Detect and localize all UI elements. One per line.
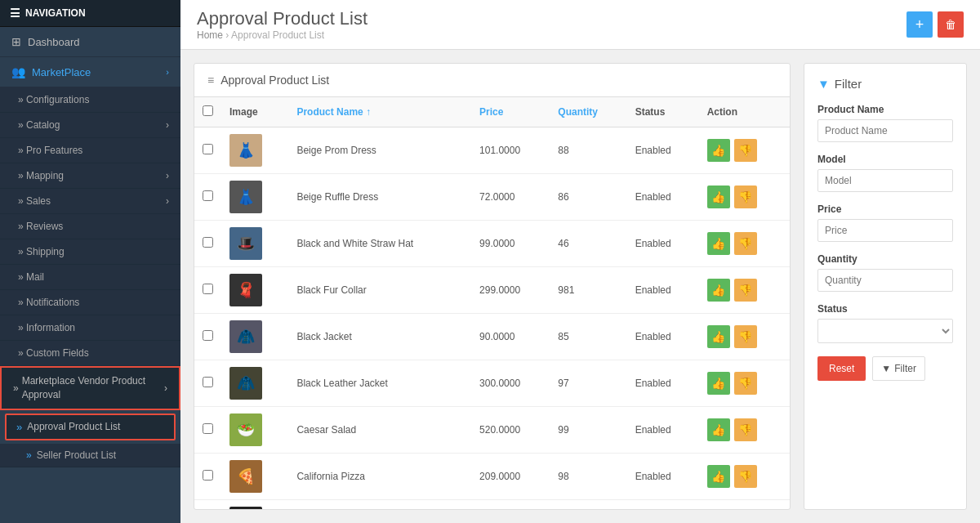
add-button[interactable]: + [906, 11, 933, 38]
row-checkbox-5[interactable] [203, 330, 213, 341]
row-action-cell: 👍 👎 [699, 267, 790, 314]
sidebar-item-sales[interactable]: » Sales › [0, 189, 180, 214]
reject-button[interactable]: 👎 [734, 465, 757, 488]
filter-icon: ▼ [817, 77, 830, 91]
col-product-name[interactable]: Product Name ↑ [288, 97, 471, 127]
col-image: Image [221, 97, 288, 127]
table-header-row: Image Product Name ↑ Price Quantity Stat… [194, 97, 790, 127]
approve-button[interactable]: 👍 [707, 279, 730, 302]
select-all-checkbox[interactable] [203, 105, 213, 116]
reset-button[interactable]: Reset [817, 356, 866, 381]
row-action-cell: 👍 👎 [699, 407, 790, 454]
approve-button[interactable]: 👍 [707, 465, 730, 488]
action-buttons: 👍 👎 [707, 465, 782, 488]
reject-button[interactable]: 👎 [734, 418, 757, 441]
sidebar-item-catalog[interactable]: » Catalog › [0, 113, 180, 138]
bullet-icon: » [16, 421, 22, 433]
sidebar-item-approval-product-list[interactable]: » Approval Product List [5, 413, 176, 440]
row-quantity-cell: 46 [550, 221, 626, 267]
filter-label-price: Price [817, 203, 953, 215]
product-image: 🧥 [229, 367, 262, 400]
approve-button[interactable]: 👍 [707, 139, 730, 162]
row-checkbox-2[interactable] [203, 190, 213, 201]
table-row: 🧣 Black Fur Collar 299.0000 981 Enabled … [194, 267, 790, 314]
sidebar-item-pro-features[interactable]: » Pro Features [0, 138, 180, 163]
reject-button[interactable]: 👎 [734, 372, 757, 395]
table-row: 🧥 Black Leather Jacket 300.0000 97 Enabl… [194, 360, 790, 407]
row-price-cell: 100.0000 [471, 500, 550, 510]
reject-button[interactable]: 👎 [734, 279, 757, 302]
row-status-cell: Enabled [627, 407, 699, 454]
row-quantity-cell: 85 [550, 314, 626, 360]
row-name-cell: Black Jacket [288, 314, 471, 360]
sidebar-item-notifications[interactable]: » Notifications [0, 290, 180, 315]
row-status-cell: Enabled [627, 267, 699, 314]
delete-button[interactable]: 🗑 [938, 11, 964, 38]
row-checkbox-cell [194, 500, 221, 510]
sidebar-item-label: » Mapping [18, 170, 64, 181]
filter-input-price[interactable] [817, 219, 953, 242]
sidebar-item-seller-product-list[interactable]: » Seller Product List [0, 444, 180, 467]
sidebar-item-custom-fields[interactable]: » Custom Fields [0, 341, 180, 366]
row-checkbox-7[interactable] [203, 423, 213, 434]
nav-label: NAVIGATION [25, 7, 86, 19]
reject-button[interactable]: 👎 [734, 232, 757, 255]
filter-label-product-name: Product Name [817, 104, 953, 115]
table-title: Approval Product List [220, 74, 329, 87]
approve-button[interactable]: 👍 [707, 372, 730, 395]
row-checkbox-cell [194, 454, 221, 500]
sidebar-item-information[interactable]: » Information [0, 315, 180, 341]
row-quantity-cell: 7 [550, 500, 626, 510]
sidebar-item-vendor-approval[interactable]: » Marketplace Vendor Product Approval › [0, 366, 180, 410]
col-quantity[interactable]: Quantity [550, 97, 626, 127]
row-name-cell: Black Fur Collar [288, 267, 471, 314]
row-checkbox-4[interactable] [203, 284, 213, 294]
row-price-cell: 72.0000 [471, 174, 550, 221]
product-image: 🥗 [229, 413, 262, 446]
table-row: 👗 Beige Ruffle Dress 72.0000 86 Enabled … [194, 174, 790, 221]
filter-input-model[interactable] [817, 169, 953, 192]
filter-label-status: Status [817, 303, 953, 315]
reject-button[interactable]: 👎 [734, 186, 757, 208]
row-status-cell: Enabled [627, 500, 699, 510]
table-body: 👗 Beige Prom Dress 101.0000 88 Enabled 👍… [194, 127, 790, 510]
sidebar-item-marketplace[interactable]: 👥 MarketPlace › [0, 57, 180, 87]
breadcrumb-home[interactable]: Home [197, 29, 223, 41]
approval-list-label: Approval Product List [27, 421, 120, 432]
row-action-cell: 👍 👎 [699, 221, 790, 267]
sidebar-item-shipping[interactable]: » Shipping [0, 239, 180, 265]
table-row: 🍕 California Pizza 209.0000 98 Enabled 👍… [194, 454, 790, 500]
row-checkbox-3[interactable] [203, 237, 213, 248]
filter-btn-icon: ▼ [881, 363, 891, 374]
filter-select-status[interactable]: Enabled Disabled [817, 319, 953, 343]
filter-label-quantity: Quantity [817, 253, 953, 265]
sidebar-item-mapping[interactable]: » Mapping › [0, 163, 180, 189]
row-price-cell: 299.0000 [471, 267, 550, 314]
product-image: 👗 [229, 181, 262, 213]
filter-input-product-name[interactable] [817, 119, 953, 142]
row-checkbox-cell [194, 314, 221, 360]
reject-button[interactable]: 👎 [734, 139, 757, 162]
sidebar-item-configurations[interactable]: » Configurations [0, 87, 180, 113]
product-image: 🧣 [229, 274, 262, 306]
approve-button[interactable]: 👍 [707, 325, 730, 348]
row-checkbox-1[interactable] [203, 144, 213, 154]
reject-button[interactable]: 👎 [734, 325, 757, 348]
filter-input-quantity[interactable] [817, 269, 953, 292]
approve-button[interactable]: 👍 [707, 232, 730, 255]
row-checkbox-6[interactable] [203, 377, 213, 387]
row-checkbox-8[interactable] [203, 470, 213, 481]
sidebar-item-reviews[interactable]: » Reviews [0, 214, 180, 239]
product-image: 🧥 [229, 320, 262, 353]
filter-button[interactable]: ▼ Filter [872, 356, 925, 381]
col-price[interactable]: Price [471, 97, 550, 127]
breadcrumb-current: Approval Product List [231, 29, 324, 41]
row-action-cell: 👍 👎 [699, 174, 790, 221]
approve-button[interactable]: 👍 [707, 418, 730, 441]
sidebar-item-mail[interactable]: » Mail [0, 265, 180, 290]
approve-button[interactable]: 👍 [707, 186, 730, 208]
row-name-cell: Black and White Straw Hat [288, 221, 471, 267]
row-status-cell: Enabled [627, 454, 699, 500]
sidebar-item-dashboard[interactable]: ⊞ Dashboard [0, 27, 180, 57]
row-price-cell: 300.0000 [471, 360, 550, 407]
